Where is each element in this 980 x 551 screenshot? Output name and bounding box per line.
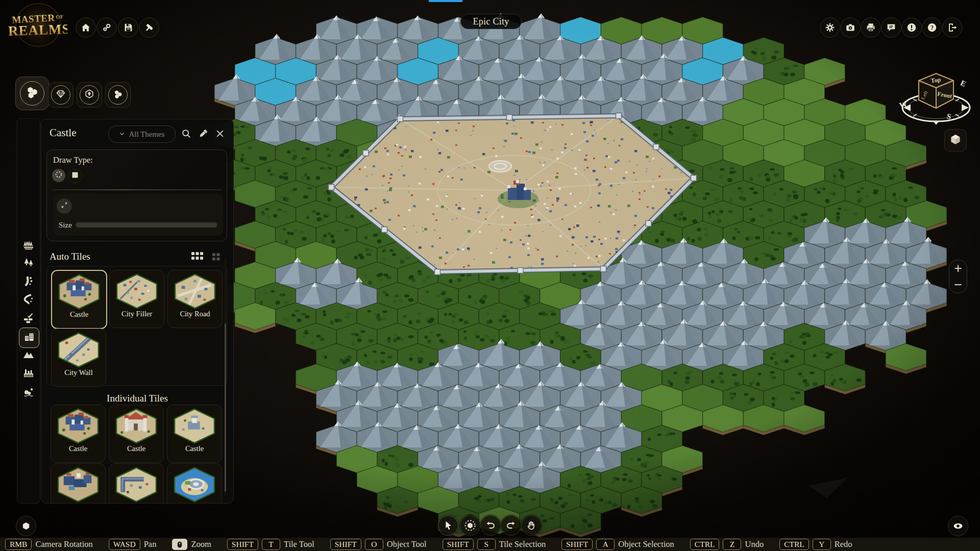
hotkey-label: Pan [144,539,157,549]
zoom-in-button[interactable]: + [949,260,967,277]
tile-brush-button[interactable] [460,515,480,536]
print-export-button[interactable] [861,17,881,38]
eye-icon [952,520,964,532]
individual-tile-castle-3[interactable]: Castle [167,405,222,463]
key-ctrl: CTRL [690,539,720,550]
cube-icon [949,133,962,148]
build-tools-button[interactable] [139,17,159,38]
key-wasd: WASD [109,539,140,550]
tile-label: City Filler [121,310,152,318]
size-slider[interactable] [76,222,217,228]
category-grass[interactable] [22,239,35,252]
redo-button[interactable] [501,515,521,536]
individual-tile-castle-2[interactable]: Castle [109,405,164,463]
key-t: T [262,539,280,550]
select-tool-button[interactable] [438,515,458,536]
category-city-selected[interactable] [19,328,39,348]
screenshot-button[interactable] [840,17,861,38]
brush-size-button[interactable] [57,198,72,214]
category-nature[interactable] [22,386,35,399]
home-button[interactable] [76,17,96,38]
panel-scrollbar[interactable] [225,257,226,496]
top-loading-indicator [429,0,462,2]
cube-face-top: Top [930,76,942,85]
auto-tile-city-filler[interactable]: City Filler [109,270,164,328]
individual-tile-castle-5[interactable] [109,463,164,504]
auto-tile-city-road[interactable]: City Road [167,270,223,328]
hotkey-label: Object Selection [618,539,674,549]
save-button[interactable] [118,17,138,38]
hotkey-pan: WASD Pan [109,539,157,550]
view-compass[interactable]: Top Front Left W S E [896,61,980,130]
tile-label: City Road [180,310,210,318]
grid-view-small-button[interactable] [212,253,220,263]
search-icon [181,128,192,141]
feedback-button[interactable] [881,17,901,38]
category-trees[interactable] [22,257,35,270]
eyedropper-icon [198,129,208,140]
tool-resources[interactable] [48,82,74,108]
draw-type-label: Draw Type: [53,155,93,165]
auto-tile-castle[interactable]: Castle [51,270,107,329]
exit-button[interactable] [942,17,963,38]
hotkey-label: Object Tool [387,539,427,549]
alerts-button[interactable] [901,17,922,38]
individual-tile-castle-1[interactable]: Castle [51,405,106,463]
search-button[interactable] [180,128,192,140]
pan-tool-button[interactable] [521,515,542,536]
zoom-out-button[interactable]: − [949,277,967,293]
key-y: Y [813,539,831,550]
zoom-controls: + − [949,260,967,293]
draw-type-brush-button[interactable] [52,169,65,182]
draw-type-rect-button[interactable] [68,169,82,183]
undo-button[interactable] [480,515,501,536]
rocks-flower-icon [22,385,35,399]
help-button[interactable]: ? [922,17,942,38]
tile-thumbnail [173,273,217,310]
logo-line2: REALMS [8,21,67,39]
tool-objects[interactable] [77,82,102,108]
theme-filter-dropdown[interactable]: All Themes [108,126,176,143]
key-a: A [596,539,615,550]
tile-thumbnail [114,273,159,310]
key-shift: SHIFT [330,539,361,550]
individual-tile-castle-4[interactable] [51,463,106,504]
mouse-icon [177,541,183,548]
category-mountains[interactable] [22,349,35,362]
grid-view-large-button[interactable] [191,252,204,263]
close-icon [215,129,225,140]
printer-icon [865,22,876,33]
category-paths[interactable] [22,276,35,289]
visibility-toggle-button[interactable] [948,516,968,536]
hex-brush-icon [464,519,476,532]
close-panel-button[interactable] [214,128,226,140]
hex-grid-toggle-button[interactable] [16,516,36,536]
tool-tile-groups[interactable] [105,82,131,108]
steam-button[interactable] [96,17,117,38]
city-buildings-icon [23,331,35,345]
settings-button[interactable] [820,17,840,38]
category-rivers[interactable] [22,294,35,307]
factory-icon [22,367,35,381]
category-industry[interactable] [22,367,35,381]
draw-type-section: Draw Type: Size [46,149,227,241]
tile-thumbnail [56,408,101,444]
projection-toggle-button[interactable] [944,129,967,152]
hotkey-zoom: Zoom [172,539,211,550]
hotkey-label: Camera Rotation [35,539,92,549]
individual-tile-castle-6[interactable] [167,463,222,504]
exclamation-icon [906,22,917,33]
logo-of: OF [56,14,63,20]
tile-thumbnail [172,466,217,503]
home-icon [80,22,91,33]
eyedropper-button[interactable] [197,128,209,140]
tile-thumbnail [172,408,217,444]
key-rmb: RMB [5,539,32,550]
hex-gem-icon [84,88,95,102]
cardinal-east: E [959,79,967,88]
exit-door-icon [947,22,958,33]
tool-tiles[interactable] [15,77,49,110]
auto-tile-city-wall[interactable]: City Wall [51,329,106,387]
category-walls[interactable] [22,312,35,325]
scrollbar-thumb[interactable] [225,323,226,492]
